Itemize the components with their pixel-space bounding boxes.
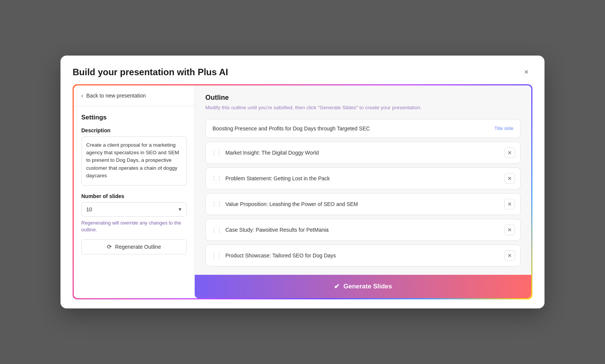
outline-item: ⋮⋮ Case Study: Pawsitive Results for Pet… xyxy=(205,219,521,241)
outline-header: Outline Modify this outline until you're… xyxy=(195,85,531,115)
regen-note: Regenerating will override any changes t… xyxy=(81,220,187,233)
outline-item-text: Product Showcase: Tailored SEO for Dog D… xyxy=(225,252,501,259)
modal-body: ‹ Back to new presentation Settings Desc… xyxy=(60,84,544,308)
regenerate-outline-button[interactable]: ⟳ Regenerate Outline xyxy=(81,239,187,254)
description-textarea[interactable] xyxy=(81,136,187,186)
outline-item-text: Problem Statement: Getting Lost in the P… xyxy=(225,175,501,181)
outline-title: Outline xyxy=(205,94,521,102)
gradient-border-box: ‹ Back to new presentation Settings Desc… xyxy=(73,84,532,299)
modal-footer: ✔ Generate Slides xyxy=(195,275,531,298)
outline-item: ⋮⋮ Value Proposition: Leashing the Power… xyxy=(205,193,521,215)
close-button[interactable]: × xyxy=(520,66,532,78)
outline-list: Boosting Presence and Profits for Dog Da… xyxy=(195,115,531,275)
outline-subtitle: Modify this outline until you're satisfi… xyxy=(205,104,521,112)
remove-item-button[interactable]: ✕ xyxy=(504,199,515,209)
drag-handle-icon[interactable]: ⋮⋮ xyxy=(211,201,222,208)
back-button[interactable]: ‹ Back to new presentation xyxy=(74,85,194,106)
settings-panel: Settings Description Number of slides 5 … xyxy=(74,106,194,298)
generate-slides-button[interactable]: ✔ Generate Slides xyxy=(195,275,531,298)
back-button-label: Back to new presentation xyxy=(86,93,146,99)
settings-title: Settings xyxy=(81,114,187,121)
title-slide-text: Boosting Presence and Profits for Dog Da… xyxy=(213,125,370,132)
drag-handle-icon[interactable]: ⋮⋮ xyxy=(211,226,222,234)
modal-title: Build your presentation with Plus AI xyxy=(73,67,228,77)
regenerate-icon: ⟳ xyxy=(107,243,112,250)
left-panel: ‹ Back to new presentation Settings Desc… xyxy=(74,85,195,298)
slides-select[interactable]: 5 8 10 12 15 20 xyxy=(81,202,187,217)
slides-label: Number of slides xyxy=(81,193,187,199)
outline-item: ⋮⋮ Problem Statement: Getting Lost in th… xyxy=(205,167,521,189)
drag-handle-icon[interactable]: ⋮⋮ xyxy=(211,252,222,259)
right-panel: Outline Modify this outline until you're… xyxy=(195,85,531,298)
drag-handle-icon[interactable]: ⋮⋮ xyxy=(211,149,222,156)
remove-item-button[interactable]: ✕ xyxy=(504,147,515,158)
remove-item-button[interactable]: ✕ xyxy=(504,173,515,184)
generate-slides-label: Generate Slides xyxy=(343,283,392,290)
back-chevron-icon: ‹ xyxy=(81,92,83,99)
title-slide-item: Boosting Presence and Profits for Dog Da… xyxy=(205,119,521,138)
drag-handle-icon[interactable]: ⋮⋮ xyxy=(211,175,222,182)
generate-icon: ✔ xyxy=(334,282,340,291)
regenerate-outline-label: Regenerate Outline xyxy=(115,244,161,250)
slides-select-wrap: 5 8 10 12 15 20 ▼ xyxy=(81,202,187,217)
description-label: Description xyxy=(81,127,187,133)
modal-header: Build your presentation with Plus AI × xyxy=(60,56,544,84)
modal-overlay: Build your presentation with Plus AI × ‹… xyxy=(0,0,605,364)
remove-item-button[interactable]: ✕ xyxy=(504,250,515,261)
title-slide-badge: Title slide xyxy=(495,126,513,131)
inner-box: ‹ Back to new presentation Settings Desc… xyxy=(74,85,531,298)
outline-item: ⋮⋮ Product Showcase: Tailored SEO for Do… xyxy=(205,245,521,266)
outline-item-text: Case Study: Pawsitive Results for PetMan… xyxy=(225,227,501,233)
modal: Build your presentation with Plus AI × ‹… xyxy=(60,56,544,308)
outline-item: ⋮⋮ Market Insight: The Digital Doggy Wor… xyxy=(205,142,521,164)
remove-item-button[interactable]: ✕ xyxy=(504,225,515,235)
outline-item-text: Value Proposition: Leashing the Power of… xyxy=(225,201,501,207)
outline-item-text: Market Insight: The Digital Doggy World xyxy=(225,150,501,156)
two-col-layout: ‹ Back to new presentation Settings Desc… xyxy=(74,85,531,298)
